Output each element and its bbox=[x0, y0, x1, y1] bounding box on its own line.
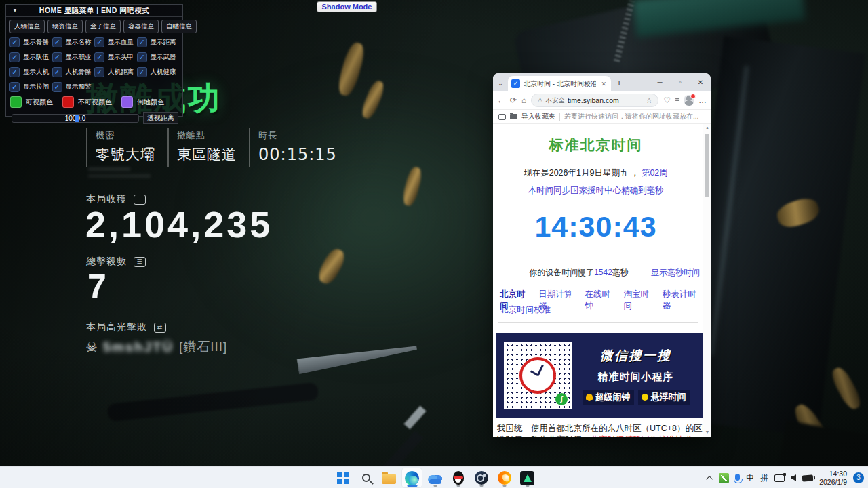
start-button[interactable] bbox=[333, 468, 353, 487]
address-bar[interactable]: ⚠ 不安全 time.syiban.com ☆ bbox=[531, 94, 658, 107]
checkbox-show-bots[interactable]: ✓显示人机 bbox=[9, 66, 52, 78]
ime-language-indicator[interactable]: 中 bbox=[746, 472, 754, 484]
file-explorer-button[interactable] bbox=[379, 468, 399, 487]
wechat-banner[interactable]: ʃ 微信搜一搜 精准时间小程序 超级闹钟 悬浮时间 bbox=[496, 333, 703, 418]
slider-handle[interactable] bbox=[75, 115, 79, 122]
checkbox-show-distance[interactable]: ✓显示距离 bbox=[137, 37, 180, 48]
downed-color-swatch[interactable] bbox=[121, 96, 133, 108]
deco-bullet bbox=[335, 41, 367, 98]
checkbox-show-class[interactable]: ✓显示职业 bbox=[52, 52, 95, 63]
checkbox-checked-icon[interactable]: ✓ bbox=[94, 52, 104, 62]
checkbox-checked-icon[interactable]: ✓ bbox=[9, 37, 20, 47]
back-icon[interactable]: ← bbox=[497, 96, 505, 105]
checkbox-checked-icon[interactable]: ✓ bbox=[52, 67, 62, 77]
nav-link-stopwatch[interactable]: 秒表计时器 bbox=[663, 289, 700, 312]
checkbox-show-weapon[interactable]: ✓显示武器 bbox=[137, 52, 180, 63]
checkbox-checked-icon[interactable]: ✓ bbox=[137, 37, 147, 47]
scroll-down-icon[interactable]: ▼ bbox=[703, 430, 711, 434]
browser-tab-active[interactable]: ✓ 北京时间 - 北京时间校准精确到毫 ✕ bbox=[508, 76, 611, 92]
maximize-button[interactable]: ▫ bbox=[670, 73, 690, 92]
visible-color-swatch[interactable] bbox=[10, 96, 22, 108]
checkbox-show-armor[interactable]: ✓显示头甲 bbox=[94, 52, 137, 63]
refresh-icon[interactable]: ⟳ bbox=[510, 96, 517, 105]
tray-app-icon[interactable] bbox=[719, 473, 729, 483]
notification-badge[interactable]: 3 bbox=[853, 472, 864, 483]
home-icon[interactable]: ⌂ bbox=[521, 96, 526, 105]
shadow-mode-button[interactable]: Shadow Mode bbox=[317, 1, 377, 12]
steam-button[interactable] bbox=[471, 468, 491, 487]
checkbox-bot-health[interactable]: ✓人机健康 bbox=[137, 66, 180, 78]
nav-link-online-clock[interactable]: 在线时钟 bbox=[585, 289, 614, 312]
tab-aimbot-info[interactable]: 自瞄信息 bbox=[161, 20, 197, 33]
checkbox-show-team[interactable]: ✓显示队伍 bbox=[9, 52, 52, 63]
checkbox-show-lever[interactable]: ✓显示拉闸 bbox=[9, 81, 52, 93]
checkbox-checked-icon[interactable]: ✓ bbox=[9, 82, 20, 92]
tab-container-info[interactable]: 容器信息 bbox=[123, 20, 159, 33]
checkbox-checked-icon[interactable]: ✓ bbox=[94, 67, 104, 77]
settings-more-icon[interactable]: … bbox=[698, 96, 707, 105]
new-tab-button[interactable]: + bbox=[611, 78, 627, 92]
checkbox-checked-icon[interactable]: ✓ bbox=[94, 37, 104, 47]
not-secure-label[interactable]: 不安全 bbox=[545, 96, 565, 105]
paragraph-line2-link[interactable]: 北京时间精确同步校准技术 bbox=[591, 435, 692, 437]
checkbox-label: 人机距离 bbox=[108, 68, 134, 77]
sidebar-icon[interactable] bbox=[498, 114, 506, 120]
nav-link-time-calibrate[interactable]: 北京时间校准 bbox=[500, 304, 551, 316]
speaker-icon[interactable] bbox=[791, 474, 796, 481]
show-ms-link[interactable]: 显示毫秒时间 bbox=[651, 267, 700, 279]
tab-box-info[interactable]: 盒子信息 bbox=[85, 20, 121, 33]
week-link[interactable]: 第02周 bbox=[642, 168, 668, 178]
search-button[interactable] bbox=[356, 468, 376, 487]
checkbox-bot-bones[interactable]: ✓人机骨骼 bbox=[52, 66, 95, 78]
checkbox-show-health[interactable]: ✓显示血量 bbox=[94, 37, 137, 48]
checkbox-checked-icon[interactable]: ✓ bbox=[52, 82, 62, 92]
qq-button[interactable] bbox=[448, 468, 468, 487]
collapse-icon[interactable]: ▼ bbox=[6, 7, 24, 14]
not-secure-icon: ⚠ bbox=[537, 97, 542, 104]
tab-player-info[interactable]: 人物信息 bbox=[9, 20, 45, 33]
edge-taskbar-button[interactable] bbox=[402, 468, 422, 487]
checkbox-checked-icon[interactable]: ✓ bbox=[137, 52, 147, 62]
ime-pinyin-indicator[interactable]: 拼 bbox=[760, 472, 768, 484]
running-app-dot bbox=[479, 485, 483, 487]
battery-icon[interactable] bbox=[802, 474, 814, 481]
scroll-up-icon[interactable]: ▲ bbox=[703, 125, 711, 130]
checkbox-checked-icon[interactable]: ✓ bbox=[9, 52, 20, 62]
tray-overflow-chevron-icon[interactable] bbox=[706, 475, 713, 482]
page-scrollbar[interactable]: ▲ ▼ bbox=[703, 124, 711, 437]
sync-notice-link[interactable]: 本时间同步国家授时中心精确到毫秒 bbox=[493, 185, 698, 197]
tab-loot-info[interactable]: 物资信息 bbox=[47, 20, 83, 33]
url-text[interactable]: time.syiban.com bbox=[568, 96, 643, 104]
delta-force-button[interactable] bbox=[517, 468, 537, 487]
nav-link-taobao-time[interactable]: 淘宝时间 bbox=[624, 289, 654, 312]
checkbox-checked-icon[interactable]: ✓ bbox=[137, 67, 147, 77]
favorite-star-icon[interactable]: ☆ bbox=[646, 96, 652, 105]
folder-icon bbox=[382, 474, 396, 484]
browser-essentials-icon[interactable]: ♡ bbox=[663, 96, 671, 105]
checkbox-bot-distance[interactable]: ✓人机距离 bbox=[94, 66, 137, 78]
cheat-menu-titlebar[interactable]: ▼ HOME 显隐菜单 | END 网吧模式 bbox=[6, 5, 182, 17]
checkbox-show-bones[interactable]: ✓显示骨骼 bbox=[9, 37, 52, 48]
scrollbar-thumb[interactable] bbox=[705, 134, 709, 197]
esp-distance-slider[interactable]: 1000.0 bbox=[12, 114, 139, 123]
checkbox-checked-icon[interactable]: ✓ bbox=[52, 37, 62, 47]
import-favorites-button[interactable]: 导入收藏夹 bbox=[521, 112, 555, 121]
profile-avatar[interactable] bbox=[684, 95, 694, 106]
close-button[interactable]: ✕ bbox=[690, 73, 711, 92]
list-icon[interactable]: ☰ bbox=[134, 257, 146, 267]
tab-close-icon[interactable]: ✕ bbox=[599, 81, 608, 87]
display-cast-icon[interactable] bbox=[774, 474, 785, 482]
checkbox-show-warning[interactable]: ✓显示预警 bbox=[52, 81, 95, 93]
taskbar-clock[interactable]: 14:30 2026/1/9 bbox=[819, 470, 847, 486]
swap-icon[interactable]: ⇄ bbox=[154, 323, 166, 333]
cloud-drive-button[interactable] bbox=[425, 468, 445, 487]
tab-actions-menu-button[interactable]: ⌄ bbox=[493, 80, 508, 92]
checkbox-checked-icon[interactable]: ✓ bbox=[52, 52, 62, 62]
game-booster-button[interactable] bbox=[494, 468, 514, 487]
invisible-color-swatch[interactable] bbox=[62, 96, 74, 108]
checkbox-show-name[interactable]: ✓显示名称 bbox=[52, 37, 95, 48]
microphone-icon[interactable] bbox=[735, 474, 740, 481]
collections-icon[interactable]: ≡ bbox=[675, 96, 679, 105]
minimize-button[interactable]: ─ bbox=[650, 73, 670, 92]
checkbox-checked-icon[interactable]: ✓ bbox=[9, 67, 20, 77]
